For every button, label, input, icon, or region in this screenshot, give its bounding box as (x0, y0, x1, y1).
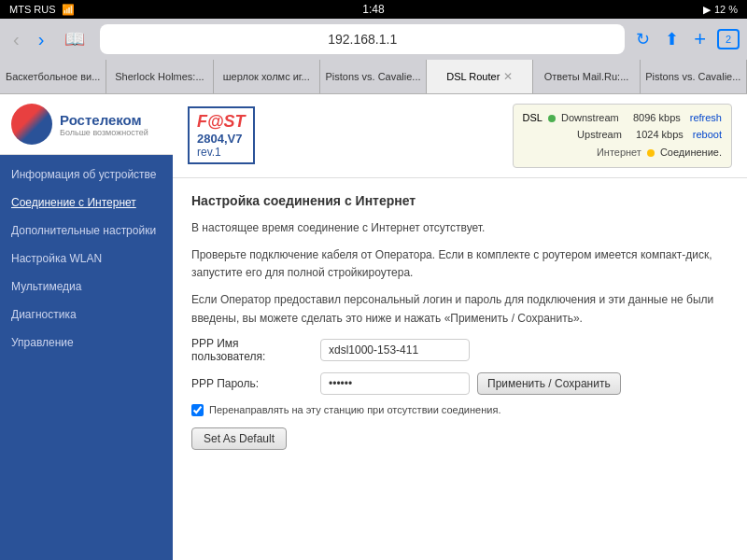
battery-label: 12 % (714, 4, 738, 15)
url-text: 192.168.1.1 (328, 32, 397, 47)
address-bar[interactable]: 192.168.1.1 (100, 24, 625, 54)
back-button[interactable]: ‹ (7, 25, 25, 54)
tab-5-label: Ответы Mail.Ru:... (544, 71, 629, 82)
dsl-label: DSL (523, 110, 543, 127)
info-para3: Если Оператор предоставил персональный л… (191, 291, 728, 327)
checkbox-label: Перенаправлять на эту станцию при отсутс… (209, 404, 500, 415)
tabs-button[interactable]: 2 (717, 29, 740, 49)
tab-4[interactable]: DSL Router ✕ (427, 60, 533, 93)
add-tab-button[interactable]: + (690, 23, 710, 55)
page: Ростелеком Больше возможностей Информаци… (0, 94, 747, 560)
status-time: 1:48 (362, 3, 384, 16)
reboot-button[interactable]: reboot (693, 127, 722, 144)
sidebar: Ростелеком Больше возможностей Информаци… (0, 94, 173, 560)
sidebar-item-device-info-label: Информация об устройстве (11, 168, 157, 181)
sidebar-item-internet[interactable]: Соединение с Интернет (0, 189, 173, 217)
forward-button[interactable]: › (33, 25, 50, 54)
carrier-label: MTS RUS (9, 4, 56, 15)
tab-0-label: Баскетбольное ви... (6, 71, 100, 82)
tab-2[interactable]: шерлок холмс иг... (214, 60, 320, 93)
status-left: MTS RUS 📶 (9, 4, 75, 16)
bookmarks-button[interactable]: 📖 (57, 25, 92, 53)
tab-6-label: Pistons vs. Cavalie... (645, 71, 740, 82)
ppp-pass-label: PPP Пароль: (191, 377, 313, 390)
tab-3[interactable]: Pistons vs. Cavalie... (320, 60, 427, 93)
dsl-status-dot (548, 115, 556, 122)
reload-button[interactable]: ↻ (632, 25, 654, 53)
status-right: ▶ 12 % (703, 4, 738, 16)
router-model: 2804,V7 (197, 132, 246, 146)
ppp-pass-row: PPP Пароль: Применить / Сохранить (191, 372, 728, 395)
content-header: F@ST 2804,V7 rev.1 DSL Downstream 8096 k… (173, 94, 747, 178)
sidebar-menu: Информация об устройстве Соединение с Ин… (0, 155, 173, 362)
checkbox-row: Перенаправлять на эту станцию при отсутс… (191, 404, 728, 416)
stats-panel: DSL Downstream 8096 kbps refresh Upstrea… (513, 104, 732, 168)
apply-button[interactable]: Применить / Сохранить (477, 372, 621, 395)
tab-1-label: Sherlock Holmes:... (115, 71, 204, 82)
tab-1[interactable]: Sherlock Holmes:... (106, 60, 213, 93)
signal-icon: ▶ (703, 4, 711, 16)
tab-3-label: Pistons vs. Cavalie... (325, 71, 420, 82)
browser-chrome: ‹ › 📖 192.168.1.1 ↻ ⬆ + 2 Баскетбольное … (0, 19, 747, 94)
refresh-button[interactable]: refresh (690, 110, 722, 127)
router-logo-box: F@ST 2804,V7 rev.1 (188, 106, 255, 164)
downstream-value: 8096 kbps (625, 110, 681, 127)
redirect-checkbox[interactable] (191, 404, 204, 416)
downstream-label: Downstream (561, 110, 619, 127)
upstream-label: Upstream (577, 127, 622, 144)
sidebar-item-advanced-label: Дополнительные настройки (11, 224, 156, 237)
sidebar-item-diagnostics-label: Диагностика (11, 308, 77, 321)
tab-0[interactable]: Баскетбольное ви... (0, 60, 106, 93)
info-para2: Проверьте подключение кабеля от Оператор… (191, 246, 728, 282)
tab-2-label: шерлок холмс иг... (223, 71, 310, 82)
tab-4-label: DSL Router (446, 71, 500, 82)
internet-label: Интернет (597, 145, 641, 161)
main-content: F@ST 2804,V7 rev.1 DSL Downstream 8096 k… (173, 94, 747, 560)
tab-5[interactable]: Ответы Mail.Ru:... (533, 60, 640, 93)
nav-bar: ‹ › 📖 192.168.1.1 ↻ ⬆ + 2 (0, 19, 747, 60)
main-body: Настройка соединения с Интернет В настоя… (173, 178, 747, 465)
sidebar-item-multimedia-label: Мультимедиа (11, 280, 81, 293)
logo-tagline: Больше возможностей (60, 128, 148, 137)
ppp-user-input[interactable] (320, 339, 470, 361)
ppp-user-row: PPP Имя пользователя: (191, 337, 728, 363)
tab-6[interactable]: Pistons vs. Cavalie... (641, 60, 747, 93)
info-para1: В настоящее время соединение с Интернет … (191, 219, 728, 237)
router-logo: F@ST 2804,V7 rev.1 (188, 106, 255, 164)
sidebar-header: Ростелеком Больше возможностей (0, 94, 173, 155)
router-rev: rev.1 (197, 146, 246, 159)
router-brand: F@ST (197, 112, 246, 132)
tab-4-close[interactable]: ✕ (503, 70, 513, 83)
share-button[interactable]: ⬆ (661, 25, 683, 53)
sidebar-item-wlan[interactable]: Настройка WLAN (0, 245, 173, 273)
connection-label: Соединение. (660, 145, 722, 161)
sidebar-item-diagnostics[interactable]: Диагностика (0, 301, 173, 329)
tabs-row: Баскетбольное ви... Sherlock Holmes:... … (0, 60, 747, 93)
logo-text: Ростелеком Больше возможностей (60, 112, 148, 137)
logo-icon (11, 104, 52, 145)
dsl-stat-row: DSL Downstream 8096 kbps refresh (523, 110, 722, 127)
internet-stat-row: Интернет Соединение. (523, 145, 722, 161)
sidebar-item-multimedia[interactable]: Мультимедиа (0, 273, 173, 301)
section-title: Настройка соединения с Интернет (191, 193, 728, 208)
sidebar-item-wlan-label: Настройка WLAN (11, 252, 102, 265)
sidebar-item-management[interactable]: Управление (0, 329, 173, 357)
set-default-button[interactable]: Set As Default (191, 427, 287, 450)
sidebar-item-device-info[interactable]: Информация об устройстве (0, 161, 173, 189)
sidebar-item-management-label: Управление (11, 336, 74, 349)
internet-status-dot (647, 149, 655, 157)
logo-name: Ростелеком (60, 112, 148, 128)
status-bar: MTS RUS 📶 1:48 ▶ 12 % (0, 0, 747, 19)
upstream-stat-row: Upstream 1024 kbps reboot (523, 127, 722, 144)
sidebar-item-advanced[interactable]: Дополнительные настройки (0, 217, 173, 245)
ppp-user-label: PPP Имя пользователя: (191, 337, 313, 363)
ppp-pass-input[interactable] (320, 372, 470, 395)
sidebar-item-internet-label: Соединение с Интернет (11, 196, 136, 209)
upstream-value: 1024 kbps (627, 127, 684, 144)
wifi-icon: 📶 (62, 4, 75, 16)
